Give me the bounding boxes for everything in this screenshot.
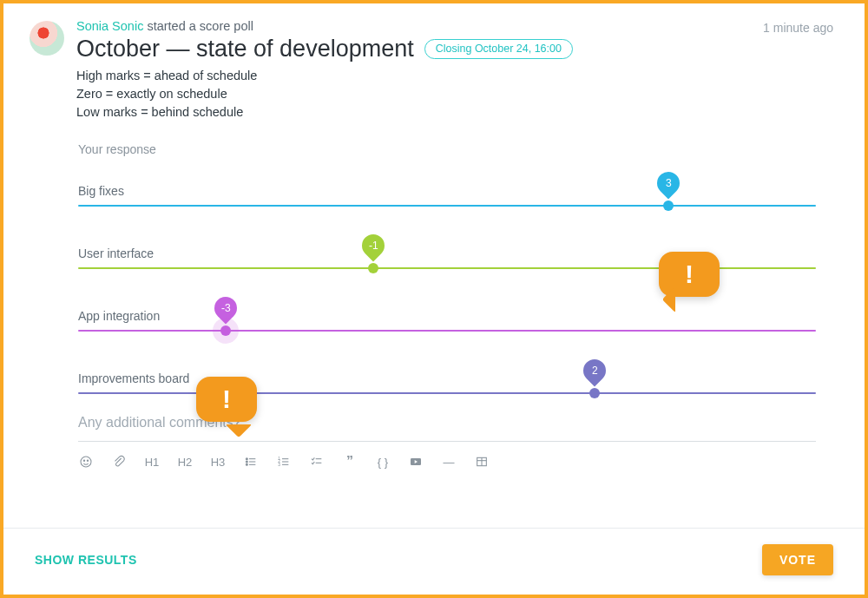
h1-button[interactable]: H1 <box>144 454 160 470</box>
h3-button[interactable]: H3 <box>210 454 226 470</box>
svg-point-7 <box>246 463 247 465</box>
slider-knob[interactable] <box>220 325 231 336</box>
poll-description: High marks = ahead of schedule Zero = ex… <box>76 67 742 122</box>
slider-label: Improvements board <box>78 371 816 385</box>
post-header: Sonia Sonic started a score poll October… <box>3 19 865 122</box>
show-results-button[interactable]: SHOW RESULTS <box>35 553 137 567</box>
avatar[interactable] <box>30 21 64 56</box>
emoji-icon[interactable] <box>78 454 94 470</box>
checklist-icon[interactable] <box>309 454 325 470</box>
numbered-list-icon[interactable]: 123 <box>276 454 292 470</box>
svg-point-1 <box>83 460 84 461</box>
slider-label: Big fixes <box>78 184 816 198</box>
slider-label: App integration <box>78 309 816 323</box>
author-name[interactable]: Sonia Sonic <box>76 19 143 33</box>
comments-input[interactable] <box>78 410 816 442</box>
vote-button[interactable]: VOTE <box>762 544 833 575</box>
attention-callout: ! <box>196 377 257 422</box>
code-icon[interactable]: { } <box>375 454 391 470</box>
your-response-label: Your response <box>78 142 833 156</box>
divider-icon[interactable]: — <box>441 454 457 470</box>
table-icon[interactable] <box>474 454 490 470</box>
svg-point-5 <box>246 461 247 463</box>
svg-point-3 <box>246 458 247 460</box>
poll-footer: SHOW RESULTS VOTE <box>3 528 865 595</box>
svg-text:3: 3 <box>278 463 280 467</box>
editor-toolbar: H1 H2 H3 123 ” { } — <box>78 454 816 470</box>
video-icon[interactable] <box>408 454 424 470</box>
svg-point-2 <box>87 460 88 461</box>
closing-badge: Closing October 24, 16:00 <box>424 39 573 59</box>
slider-knob[interactable] <box>368 263 378 273</box>
h2-button[interactable]: H2 <box>177 454 193 470</box>
svg-point-0 <box>81 457 91 467</box>
bulleted-list-icon[interactable] <box>243 454 259 470</box>
slider-knob[interactable] <box>589 388 600 398</box>
score-slider[interactable]: Improvements board 2 <box>78 347 816 394</box>
quote-icon[interactable]: ” <box>342 454 358 470</box>
score-slider[interactable]: Big fixes 3 <box>78 160 816 207</box>
page-title: October — state of development <box>76 36 414 62</box>
slider-knob[interactable] <box>663 200 674 211</box>
author-action: started a score poll <box>147 19 253 33</box>
attention-callout: ! <box>659 252 720 297</box>
timestamp: 1 minute ago <box>754 19 833 122</box>
attachment-icon[interactable] <box>111 454 127 470</box>
poll-body: Your response Big fixes 3 User interface… <box>3 122 865 514</box>
